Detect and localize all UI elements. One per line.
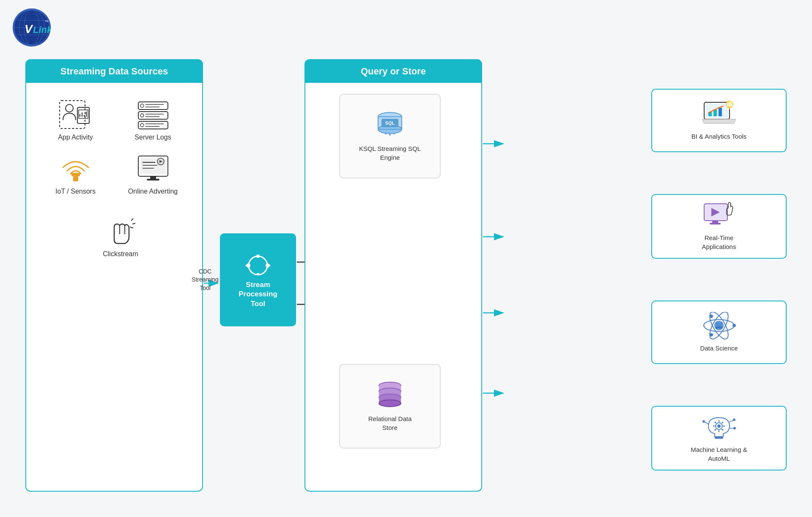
relational-label: Relational DataStore [368, 414, 412, 432]
svg-line-106 [715, 422, 716, 423]
svg-point-56 [256, 254, 260, 258]
svg-point-96 [710, 333, 713, 336]
svg-line-52 [132, 223, 135, 224]
query-title: Query or Store [361, 66, 426, 77]
svg-point-99 [716, 326, 722, 329]
output-ml: Machine Learning &AutoML [651, 406, 787, 470]
svg-point-30 [140, 114, 144, 117]
svg-point-101 [717, 424, 721, 428]
svg-point-75 [379, 400, 401, 407]
relational-box: Relational DataStore [339, 364, 441, 449]
outputs-area: + BI & Analytics Tools [651, 59, 787, 500]
logo-circle: V Link ™ [13, 8, 51, 47]
source-item-iot: IoT / Sensors [39, 150, 112, 200]
server-logs-label: Server Logs [134, 134, 171, 141]
output-realtime: Real-TimeApplications [651, 194, 787, 259]
svg-point-39 [74, 174, 77, 176]
svg-rect-38 [73, 176, 78, 181]
stream-tool-label: StreamProcessingTool [239, 280, 277, 308]
svg-line-53 [130, 227, 133, 228]
source-item-server-logs: Server Logs [116, 96, 189, 145]
output-bi-analytics: + BI & Analytics Tools [651, 89, 787, 152]
svg-rect-33 [138, 121, 168, 129]
server-logs-icon [136, 100, 170, 129]
svg-line-114 [704, 422, 708, 424]
query-or-store-box: Query or Store SQL [304, 59, 482, 492]
realtime-icon [702, 202, 736, 229]
svg-rect-88 [712, 221, 718, 223]
realtime-label: Real-TimeApplications [702, 233, 736, 251]
ml-icon [702, 413, 736, 441]
data-science-icon [702, 312, 736, 339]
bi-analytics-label: BI & Analytics Tools [691, 132, 747, 141]
query-header: Query or Store [305, 60, 481, 83]
svg-rect-116 [715, 437, 723, 439]
sources-title: Streaming Data Sources [60, 66, 168, 77]
source-item-online-advert: Online Adverting [116, 150, 189, 200]
app-activity-label: App Activity [58, 134, 93, 141]
source-item-app-activity: App Activity [39, 96, 112, 145]
svg-point-95 [710, 315, 713, 318]
svg-point-26 [140, 104, 144, 107]
svg-rect-89 [710, 223, 721, 224]
stream-processing-tool: StreamProcessingTool [220, 233, 296, 326]
ksql-label: KSQL Streaming SQLEngine [359, 144, 421, 162]
relational-icon [373, 380, 407, 410]
ksql-box: SQL KSQL Streaming SQLEngine [339, 94, 441, 178]
svg-point-34 [140, 123, 144, 127]
sources-header: Streaming Data Sources [26, 60, 202, 83]
svg-rect-47 [150, 176, 156, 179]
svg-point-58 [256, 273, 260, 275]
svg-rect-25 [138, 102, 168, 109]
bi-analytics-icon: + [702, 100, 736, 128]
ml-label: Machine Learning &AutoML [691, 445, 747, 463]
output-data-science: Data Science [651, 301, 787, 364]
svg-rect-29 [138, 112, 168, 119]
svg-rect-48 [147, 179, 159, 181]
svg-line-107 [722, 429, 723, 430]
iot-icon [59, 154, 93, 183]
source-item-clickstream: Clickstream [39, 208, 202, 266]
svg-rect-80 [719, 108, 722, 116]
svg-point-68 [393, 133, 395, 134]
logo-area: V Link ™ [13, 8, 51, 47]
svg-text:V: V [25, 22, 33, 36]
svg-text:SQL: SQL [385, 120, 395, 126]
svg-point-94 [732, 324, 736, 327]
svg-point-67 [389, 134, 391, 136]
app-activity-icon [59, 100, 93, 129]
clickstream-icon [104, 216, 137, 246]
online-advert-label: Online Adverting [128, 188, 178, 195]
ksql-icon: SQL [373, 110, 407, 140]
svg-text:Link: Link [33, 25, 51, 35]
svg-line-108 [722, 422, 723, 423]
data-science-label: Data Science [700, 344, 738, 353]
clickstream-label: Clickstream [103, 250, 138, 258]
svg-point-113 [733, 427, 736, 429]
online-advert-icon [136, 154, 170, 183]
svg-point-18 [66, 104, 73, 112]
svg-point-115 [702, 420, 705, 423]
sources-grid: App Activity [26, 83, 202, 208]
stream-tool-icon [243, 251, 273, 276]
svg-line-109 [715, 429, 716, 430]
diagram: Streaming Data Sources [25, 59, 787, 500]
svg-point-111 [733, 419, 735, 421]
cdc-label: CDC Streaming Tool [188, 267, 222, 292]
svg-text:+: + [727, 100, 730, 105]
svg-point-59 [247, 264, 250, 267]
svg-point-57 [266, 264, 269, 267]
streaming-data-sources-box: Streaming Data Sources [25, 59, 203, 492]
svg-point-66 [385, 133, 387, 134]
svg-rect-17 [60, 101, 85, 129]
svg-text:™: ™ [44, 19, 49, 24]
svg-line-51 [131, 219, 133, 221]
iot-label: IoT / Sensors [55, 188, 96, 195]
